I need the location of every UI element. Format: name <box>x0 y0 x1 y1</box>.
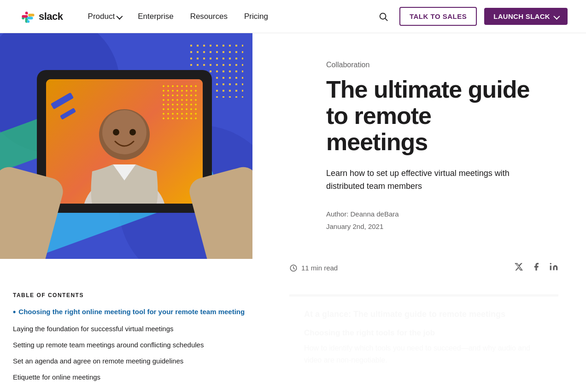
toc-item-2[interactable]: Laying the foundation for successful vir… <box>13 321 573 336</box>
svg-point-0 <box>380 13 386 19</box>
slack-wordmark: slack <box>39 11 63 23</box>
svg-point-5 <box>113 129 119 135</box>
social-icons <box>514 262 558 274</box>
navigation: slack Product Enterprise Resources Prici… <box>0 0 586 33</box>
left-panel: TABLE OF CONTENTS Choosing the right onl… <box>0 33 252 379</box>
toc-list: Choosing the right online meeting tool f… <box>13 304 573 379</box>
facebook-share-button[interactable] <box>532 262 541 274</box>
nav-actions: TALK TO SALES LAUNCH SLACK <box>375 7 568 26</box>
twitter-share-button[interactable] <box>514 262 523 274</box>
nav-product[interactable]: Product <box>82 8 128 25</box>
svg-point-8 <box>550 263 551 264</box>
hero-image <box>0 33 252 259</box>
nav-links: Product Enterprise Resources Pricing <box>82 8 375 25</box>
launch-slack-button[interactable]: LAUNCH SLACK <box>484 8 568 25</box>
chevron-down-icon <box>553 13 560 20</box>
toc-item-5[interactable]: Etiquette for online meetings <box>13 369 573 379</box>
article-title: The ultimate guide to remote meetings <box>326 76 531 156</box>
svg-line-1 <box>385 18 387 21</box>
tablet-screen <box>46 79 203 204</box>
toc-item-3[interactable]: Setting up remote team meetings around c… <box>13 337 573 352</box>
facebook-icon <box>532 262 541 271</box>
read-time-text: 11 min read <box>301 264 338 272</box>
logo-link[interactable]: slack <box>18 8 63 25</box>
nav-resources[interactable]: Resources <box>184 8 234 25</box>
toc-item-1[interactable]: Choosing the right online meeting tool f… <box>13 304 573 320</box>
slack-logo-icon <box>18 8 35 25</box>
toc-item-4[interactable]: Set an agenda and agree on remote meetin… <box>13 353 573 369</box>
linkedin-icon <box>549 262 558 271</box>
person-illustration <box>46 79 203 204</box>
twitter-icon <box>514 262 523 271</box>
article-author: Author: Deanna deBara <box>326 208 531 220</box>
nav-pricing[interactable]: Pricing <box>238 8 275 25</box>
search-icon <box>378 12 388 22</box>
talk-to-sales-button[interactable]: TALK TO SALES <box>399 7 477 26</box>
article-header: Collaboration The ultimate guide to remo… <box>289 33 558 251</box>
tablet-frame <box>37 70 212 213</box>
chevron-down-icon <box>116 13 123 20</box>
nav-enterprise[interactable]: Enterprise <box>131 8 180 25</box>
article-meta: Author: Deanna deBara January 2nd, 2021 <box>326 208 531 233</box>
toc-heading: TABLE OF CONTENTS <box>13 292 573 298</box>
search-button[interactable] <box>375 8 392 25</box>
read-time: 11 min read <box>289 264 338 272</box>
article-subtitle: Learn how to set up effective virtual me… <box>326 167 531 193</box>
svg-point-6 <box>129 129 136 135</box>
clock-icon <box>289 264 298 272</box>
article-category: Collaboration <box>326 61 531 69</box>
svg-point-4 <box>102 110 146 154</box>
table-of-contents: TABLE OF CONTENTS Choosing the right onl… <box>0 283 586 379</box>
article-date: January 2nd, 2021 <box>326 220 531 233</box>
main-content: TABLE OF CONTENTS Choosing the right onl… <box>0 33 586 379</box>
linkedin-share-button[interactable] <box>549 262 558 274</box>
article-meta-row: 11 min read <box>289 251 558 283</box>
